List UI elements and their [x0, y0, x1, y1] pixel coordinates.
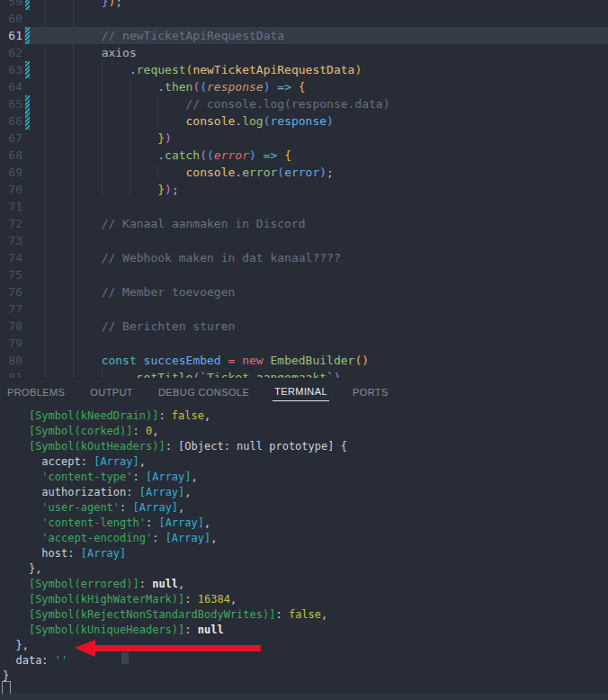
code-line-74[interactable]: 74 // Webhook maken in dat kanaal???? — [0, 249, 608, 266]
line-number: 68 — [0, 147, 22, 164]
terminal-line: [Symbol(errored)]: null, — [0, 577, 608, 592]
code-line-59[interactable]: 59 }); — [0, 0, 608, 10]
line-number: 60 — [0, 10, 22, 27]
terminal-line: [Symbol(kNeedDrain)]: false, — [0, 408, 608, 424]
code-line-75[interactable]: 75 — [0, 266, 608, 283]
tab-output[interactable]: OUTPUT — [88, 382, 135, 401]
modified-line-indicator — [25, 112, 30, 130]
code-line-69[interactable]: 69 console.error(error); — [0, 164, 608, 181]
line-number: 81 — [0, 369, 22, 378]
line-number: 71 — [0, 198, 22, 215]
terminal-line: 'user-agent': [Array], — [0, 500, 608, 516]
tab-problems[interactable]: PROBLEMS — [5, 382, 67, 401]
terminal-line: [Symbol(kOutHeaders)]: [Object: null pro… — [0, 439, 608, 454]
code-line-72[interactable]: 72 // Kanaal aanmaken in Discord — [0, 215, 608, 232]
line-number: 77 — [0, 301, 22, 318]
line-number: 70 — [0, 181, 22, 198]
code-line-65[interactable]: 65 // console.log(response.data) — [0, 95, 608, 112]
line-number: 69 — [0, 164, 22, 181]
terminal-line: accept: [Array], — [0, 454, 608, 470]
code-line-61[interactable]: 61 // newTicketApiRequestData — [0, 27, 608, 44]
line-number: 62 — [0, 44, 22, 61]
terminal-cursor — [2, 681, 11, 695]
line-number: 76 — [0, 283, 22, 301]
terminal-line: 'accept-encoding': [Array], — [0, 531, 608, 546]
tab-terminal[interactable]: TERMINAL — [273, 381, 329, 401]
code-line-62[interactable]: 62 axios — [0, 44, 608, 61]
line-number: 61 — [0, 27, 22, 44]
terminal-line: } — [0, 669, 608, 684]
terminal-line: host: [Array] — [0, 546, 608, 561]
terminal-line: 'content-length': [Array], — [0, 516, 608, 531]
terminal-line: authorization: [Array], — [0, 485, 608, 500]
code-line-60[interactable]: 60 — [0, 10, 608, 27]
line-number: 80 — [0, 352, 22, 369]
code-line-68[interactable]: 68 .catch((error) => { — [0, 147, 608, 164]
code-line-67[interactable]: 67 }) — [0, 130, 608, 147]
code-line-81[interactable]: 81 .setTitle(`Ticket aangemaakt`) — [0, 369, 608, 378]
code-line-73[interactable]: 73 — [0, 232, 608, 249]
line-number: 63 — [0, 61, 22, 78]
modified-line-indicator — [25, 27, 30, 44]
panel-tab-bar: PROBLEMS OUTPUT DEBUG CONSOLE TERMINAL P… — [5, 379, 412, 404]
line-number: 66 — [0, 112, 22, 130]
panel-bottom-edge — [0, 694, 608, 700]
red-arrow-annotation — [75, 640, 261, 657]
tab-debug-console[interactable]: DEBUG CONSOLE — [156, 382, 251, 401]
line-number: 75 — [0, 266, 22, 283]
code-line-79[interactable]: 79 — [0, 335, 608, 352]
line-number: 72 — [0, 215, 22, 232]
vscode-window: 59 });6061 // newTicketApiRequestData62 … — [0, 0, 608, 700]
line-number: 78 — [0, 318, 22, 335]
code-line-66[interactable]: 66 console.log(response) — [0, 112, 608, 130]
code-editor[interactable]: 59 });6061 // newTicketApiRequestData62 … — [0, 0, 608, 378]
terminal-line: 'content-type': [Array], — [0, 470, 608, 485]
line-number: 74 — [0, 249, 22, 266]
line-number: 73 — [0, 232, 22, 249]
line-number: 65 — [0, 95, 22, 112]
code-line-76[interactable]: 76 // Member toevoegen — [0, 283, 608, 301]
terminal-line: [Symbol(corked)]: 0, — [0, 424, 608, 439]
line-number: 59 — [0, 0, 22, 10]
code-line-77[interactable]: 77 — [0, 301, 608, 318]
terminal-line: }, — [0, 561, 608, 577]
line-number: 64 — [0, 78, 22, 95]
code-line-80[interactable]: 80 const succesEmbed = new EmbedBuilder(… — [0, 352, 608, 369]
modified-line-indicator — [25, 61, 30, 78]
terminal-line: [Symbol(kHighWaterMark)]: 16384, — [0, 592, 608, 607]
code-line-64[interactable]: 64 .then((response) => { — [0, 78, 608, 95]
code-line-78[interactable]: 78 // Berichten sturen — [0, 318, 608, 335]
terminal-line: [Symbol(kRejectNonStandardBodyWrites)]: … — [0, 607, 608, 623]
code-line-71[interactable]: 71 — [0, 198, 608, 215]
arrow-shaft — [93, 645, 261, 651]
terminal-line: [Symbol(kUniqueHeaders)]: null — [0, 623, 608, 638]
modified-line-indicator — [25, 95, 30, 112]
code-line-70[interactable]: 70 }); — [0, 181, 608, 198]
code-line-63[interactable]: 63 .request(newTicketApiRequestData) — [0, 61, 608, 78]
line-number: 67 — [0, 130, 22, 147]
line-number: 79 — [0, 335, 22, 352]
modified-line-indicator — [25, 0, 30, 10]
tab-ports[interactable]: PORTS — [351, 382, 390, 401]
